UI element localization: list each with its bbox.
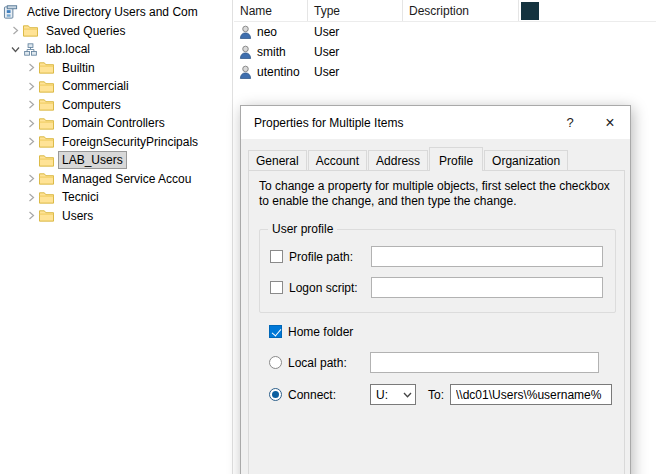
profile-path-label: Profile path:	[289, 250, 371, 264]
folder-icon	[39, 117, 54, 130]
home-folder-row: Home folder	[269, 321, 612, 342]
tree-item-label: Tecnici	[59, 189, 102, 205]
chevron-right-icon[interactable]	[23, 62, 39, 74]
user-type: User	[308, 25, 403, 39]
tree-item-lab-local[interactable]: lab.local	[0, 40, 232, 59]
tree-item-label: Domain Controllers	[59, 115, 168, 131]
tab-profile[interactable]: Profile	[429, 147, 483, 171]
logon-script-input[interactable]	[371, 277, 603, 298]
tree-item-label: Managed Service Accou	[59, 171, 194, 187]
tree-item-lab-users[interactable]: LAB_Users	[0, 151, 232, 170]
local-path-label: Local path:	[288, 356, 370, 370]
connect-row: Connect: U: To:	[269, 384, 612, 405]
tree-item-label: Users	[59, 208, 96, 224]
console-tree: Active Directory Users and Com Saved Que…	[0, 0, 233, 474]
tree-item-ad-root[interactable]: Active Directory Users and Com	[0, 3, 232, 22]
folder-icon	[39, 61, 54, 74]
list-item-user[interactable]: neo User	[234, 22, 656, 42]
profile-tab-panel: To change a property for multiple object…	[248, 170, 625, 474]
folder-icon	[39, 135, 54, 148]
properties-dialog: Properties for Multiple Items ? × Genera…	[240, 105, 631, 474]
user-name: neo	[257, 25, 277, 39]
home-folder-checkbox[interactable]	[269, 325, 282, 338]
tree-item-label: lab.local	[43, 41, 93, 57]
chevron-right-icon[interactable]	[23, 117, 39, 129]
close-button[interactable]: ×	[594, 106, 626, 139]
chevron-right-icon[interactable]	[23, 173, 39, 185]
dialog-title: Properties for Multiple Items	[254, 116, 403, 130]
dialog-titlebar[interactable]: Properties for Multiple Items ? ×	[241, 106, 630, 139]
logon-script-row: Logon script:	[270, 277, 603, 298]
user-icon	[239, 65, 252, 79]
connect-radio[interactable]	[269, 388, 282, 401]
tree-item-label-selected: LAB_Users	[59, 152, 126, 168]
folder-icon	[39, 80, 54, 93]
chevron-right-icon[interactable]	[23, 191, 39, 203]
tree-item-label: Active Directory Users and Com	[24, 4, 201, 20]
group-label: User profile	[268, 222, 337, 236]
tree-item-label: Builtin	[59, 60, 98, 76]
tree-item-saved-queries[interactable]: Saved Queries	[0, 22, 232, 41]
chevron-down-icon	[400, 392, 415, 398]
chevron-right-icon[interactable]	[23, 210, 39, 222]
folder-icon	[23, 24, 38, 37]
user-type: User	[308, 45, 403, 59]
chevron-right-icon[interactable]	[23, 136, 39, 148]
list-item-user[interactable]: smith User	[234, 42, 656, 62]
logon-script-checkbox[interactable]	[270, 281, 283, 294]
help-button[interactable]: ?	[554, 106, 586, 139]
user-name: utentino	[257, 65, 300, 79]
domain-icon	[23, 43, 38, 56]
tree-item-label: Computers	[59, 97, 124, 113]
active-directory-icon	[3, 5, 19, 20]
drive-letter-select[interactable]: U:	[370, 384, 416, 405]
instruction-text: To change a property for multiple object…	[259, 179, 614, 209]
tree-item-label: Commerciali	[59, 78, 132, 94]
profile-path-checkbox[interactable]	[270, 250, 283, 263]
tab-organization[interactable]: Organization	[484, 150, 568, 170]
tree-item-managed-service-accounts[interactable]: Managed Service Accou	[0, 170, 232, 189]
folder-icon	[39, 191, 54, 204]
tree-item-domain-controllers[interactable]: Domain Controllers	[0, 114, 232, 133]
tree-item-tecnici[interactable]: Tecnici	[0, 188, 232, 207]
tab-general[interactable]: General	[248, 150, 307, 170]
user-name: smith	[257, 45, 286, 59]
tree-item-computers[interactable]: Computers	[0, 96, 232, 115]
folder-icon	[39, 154, 54, 167]
tree-item-users[interactable]: Users	[0, 207, 232, 226]
profile-path-row: Profile path:	[270, 246, 603, 267]
user-icon	[239, 45, 252, 59]
user-profile-group: User profile Profile path: Logon script:	[259, 229, 616, 313]
user-icon	[239, 25, 252, 39]
home-folder-label: Home folder	[288, 325, 353, 339]
chevron-down-icon[interactable]	[7, 43, 23, 55]
home-folder-path-input[interactable]	[450, 384, 612, 405]
local-path-radio[interactable]	[269, 356, 282, 369]
tab-strip: General Account Address Profile Organiza…	[248, 147, 569, 171]
local-path-input[interactable]	[370, 352, 599, 373]
background-window-fragment	[521, 2, 539, 20]
folder-icon	[39, 98, 54, 111]
tab-address[interactable]: Address	[368, 150, 428, 170]
list-header: Name Type Description	[234, 0, 656, 22]
chevron-right-icon[interactable]	[23, 99, 39, 111]
drive-letter-value: U:	[371, 388, 400, 402]
folder-icon	[39, 172, 54, 185]
chevron-right-icon[interactable]	[7, 25, 23, 37]
folder-icon	[39, 209, 54, 222]
tab-account[interactable]: Account	[308, 150, 367, 170]
column-header-type[interactable]: Type	[308, 0, 403, 21]
list-item-user[interactable]: utentino User	[234, 62, 656, 82]
profile-path-input[interactable]	[371, 246, 603, 267]
column-header-description[interactable]: Description	[403, 0, 519, 21]
to-label: To:	[428, 388, 444, 402]
local-path-row: Local path:	[269, 352, 612, 373]
chevron-right-icon[interactable]	[23, 80, 39, 92]
user-type: User	[308, 65, 403, 79]
tree-item-builtin[interactable]: Builtin	[0, 59, 232, 78]
tree-item-commerciali[interactable]: Commerciali	[0, 77, 232, 96]
tree-item-label: ForeignSecurityPrincipals	[59, 134, 201, 150]
column-header-name[interactable]: Name	[234, 0, 308, 21]
tree-item-foreign-security-principals[interactable]: ForeignSecurityPrincipals	[0, 133, 232, 152]
tree-item-label: Saved Queries	[43, 23, 128, 39]
